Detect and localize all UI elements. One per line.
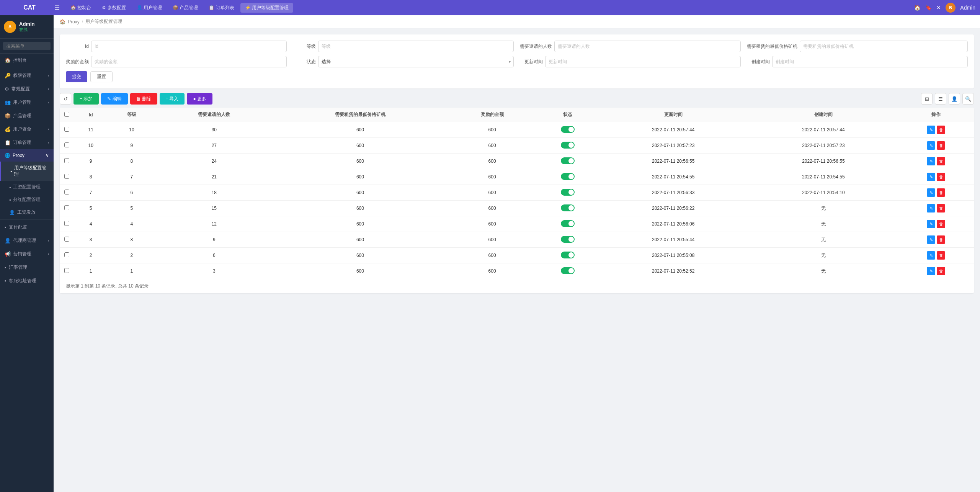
refresh-button[interactable]: ↺ (60, 93, 71, 105)
cell-actions-5: ✎ 🗑 (898, 201, 974, 216)
sidebar-item-marketing[interactable]: 📢 营销管理 › (0, 247, 54, 261)
delete-row-button-3[interactable]: 🗑 (937, 173, 945, 181)
filter-id-input[interactable] (91, 41, 287, 52)
sidebar-item-cs-address[interactable]: ▪ 客服地址管理 (0, 274, 54, 288)
cell-id-7: 3 (74, 232, 108, 248)
status-toggle-3[interactable] (561, 173, 575, 180)
home-icon[interactable]: 🏠 (914, 5, 921, 11)
row-checkbox-9[interactable] (64, 268, 69, 273)
status-toggle-4[interactable] (561, 189, 575, 196)
filter-level-input[interactable] (318, 41, 514, 52)
edit-row-button-9[interactable]: ✎ (927, 267, 935, 275)
import-button[interactable]: ↑ 导入 (160, 93, 185, 105)
status-toggle-6[interactable] (561, 220, 575, 227)
status-toggle-9[interactable] (561, 267, 575, 274)
delete-row-button-9[interactable]: 🗑 (937, 267, 945, 275)
page-content: Id 等级 需要邀请的人数 需要租赁的最低价格矿机 (54, 28, 980, 492)
sidebar-sub-item-salary-config[interactable]: ▪ 工资配置管理 (0, 181, 54, 193)
edit-row-button-5[interactable]: ✎ (927, 204, 935, 212)
status-toggle-7[interactable] (561, 236, 575, 243)
cell-min-rig-4: 600 (273, 185, 447, 201)
agent-arrow-icon: › (48, 239, 49, 243)
bookmark-icon[interactable]: 🔖 (925, 5, 932, 11)
filter-status-select[interactable]: 选择 启用 禁用 (318, 56, 514, 67)
delete-row-button-7[interactable]: 🗑 (937, 235, 945, 244)
status-toggle-1[interactable] (561, 142, 575, 149)
sidebar-item-user-funds[interactable]: 💰 用户资金 › (0, 123, 54, 136)
add-button[interactable]: + 添加 (74, 93, 99, 105)
edit-row-button-2[interactable]: ✎ (927, 157, 935, 165)
sidebar-item-dashboard[interactable]: 🏠 控制台 (0, 54, 54, 67)
filter-invite-count-input[interactable] (554, 41, 741, 52)
sidebar-sub-item-dividend-config[interactable]: ▪ 分红配置管理 (0, 193, 54, 206)
row-checkbox-4[interactable] (64, 190, 69, 195)
row-checkbox-6[interactable] (64, 221, 69, 226)
breadcrumb-proxy-link[interactable]: Proxy (68, 19, 80, 25)
edit-row-button-4[interactable]: ✎ (927, 188, 935, 197)
cell-level-8: 2 (108, 248, 155, 263)
edit-row-button-1[interactable]: ✎ (927, 141, 935, 150)
sidebar-item-order-management[interactable]: 📋 订单管理 › (0, 136, 54, 149)
nav-item-level-config[interactable]: ⚡ 用户等级配置管理 (240, 3, 293, 13)
sidebar-item-user-funds-label: 用户资金 (13, 126, 31, 132)
delete-row-button-4[interactable]: 🗑 (937, 188, 945, 197)
close-icon[interactable]: ✕ (936, 5, 941, 11)
edit-button[interactable]: ✎ 编辑 (101, 93, 127, 105)
status-toggle-5[interactable] (561, 204, 575, 211)
sidebar-item-permissions[interactable]: 🔑 权限管理 › (0, 69, 54, 82)
col-header-min-rig: 需要租赁的最低价格矿机 (273, 108, 447, 122)
filter-create-time-input[interactable] (772, 56, 968, 67)
nav-item-users[interactable]: 👤 用户管理 (132, 3, 167, 13)
row-checkbox-1[interactable] (64, 142, 69, 147)
sidebar-item-general-config[interactable]: ⚙ 常规配置 › (0, 82, 54, 96)
nav-item-dashboard[interactable]: 🏠 控制台 (66, 3, 96, 13)
sidebar-group-proxy[interactable]: 🌐 Proxy ∨ (0, 149, 54, 162)
delete-button[interactable]: 🗑 删除 (130, 93, 157, 105)
nav-item-products[interactable]: 📦 产品管理 (168, 3, 203, 13)
layout-button[interactable]: ☰ (935, 93, 946, 105)
search-button[interactable]: 🔍 (962, 93, 974, 105)
delete-row-button-1[interactable]: 🗑 (937, 141, 945, 150)
delete-row-button-2[interactable]: 🗑 (937, 157, 945, 165)
sidebar-item-user-management[interactable]: 👥 用户管理 › (0, 96, 54, 109)
row-checkbox-0[interactable] (64, 127, 69, 132)
status-toggle-2[interactable] (561, 157, 575, 164)
delete-row-button-8[interactable]: 🗑 (937, 251, 945, 260)
filter-field-update-time: 更新时间 (520, 56, 741, 67)
cell-create-time-5: 无 (748, 201, 898, 216)
sidebar-sub-item-salary-issue[interactable]: 👤 工资发放 (0, 206, 54, 219)
select-all-checkbox[interactable] (64, 112, 69, 117)
delete-row-button-5[interactable]: 🗑 (937, 204, 945, 212)
row-checkbox-7[interactable] (64, 237, 69, 242)
filter-min-rig-input[interactable] (800, 41, 968, 52)
nav-item-orders[interactable]: 📋 订单列表 (204, 3, 238, 13)
status-toggle-8[interactable] (561, 252, 575, 258)
col-settings-button[interactable]: ⊞ (921, 93, 933, 105)
sidebar-sub-item-level-config[interactable]: ▪ 用户等级配置管理 (0, 162, 54, 181)
sidebar-search-input[interactable] (3, 42, 51, 50)
row-checkbox-8[interactable] (64, 252, 69, 257)
nav-item-params[interactable]: ⚙ 参数配置 (97, 3, 130, 13)
edit-row-button-3[interactable]: ✎ (927, 173, 935, 181)
filter-reward-input[interactable] (91, 56, 287, 67)
hamburger-icon[interactable]: ☰ (54, 4, 60, 11)
sidebar-item-exchange-rate[interactable]: ▪ 汇率管理 (0, 261, 54, 274)
row-checkbox-2[interactable] (64, 158, 69, 163)
filter-update-time-input[interactable] (545, 56, 741, 67)
delete-row-button-0[interactable]: 🗑 (937, 126, 945, 134)
sidebar-item-payment-config[interactable]: ▪ 支付配置 (0, 221, 54, 234)
edit-row-button-8[interactable]: ✎ (927, 251, 935, 260)
filter-reset-button[interactable]: 重置 (90, 71, 113, 82)
row-checkbox-3[interactable] (64, 174, 69, 179)
status-toggle-0[interactable] (561, 126, 575, 133)
user-button[interactable]: 👤 (949, 93, 960, 105)
delete-row-button-6[interactable]: 🗑 (937, 220, 945, 228)
edit-row-button-0[interactable]: ✎ (927, 126, 935, 134)
filter-submit-button[interactable]: 提交 (66, 71, 87, 82)
sidebar-item-agent-management[interactable]: 👤 代理商管理 › (0, 234, 54, 247)
edit-row-button-7[interactable]: ✎ (927, 235, 935, 244)
row-checkbox-5[interactable] (64, 205, 69, 210)
more-button[interactable]: ● 更多 (187, 93, 212, 105)
edit-row-button-6[interactable]: ✎ (927, 220, 935, 228)
sidebar-item-product-management[interactable]: 📦 产品管理 (0, 109, 54, 123)
